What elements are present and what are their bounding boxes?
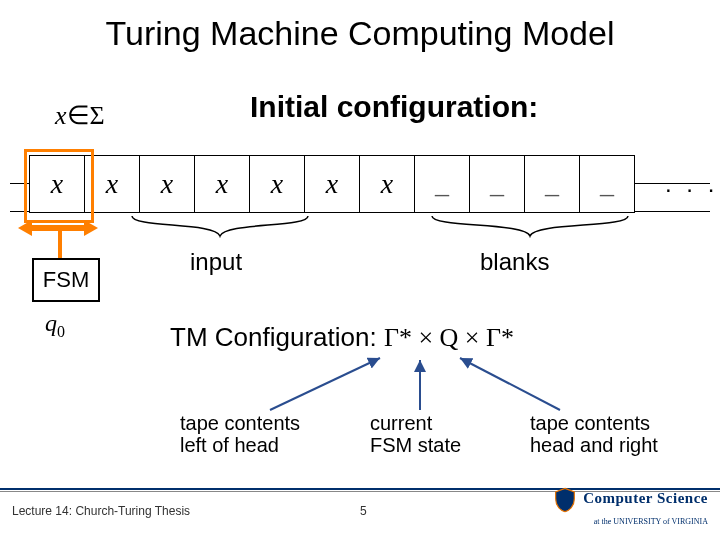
tape-ellipsis: . . . <box>665 170 718 198</box>
fsm-box: FSM <box>32 258 100 302</box>
tape-cell: x <box>29 155 85 213</box>
annotation-arrows <box>160 350 580 420</box>
lecture-label: Lecture 14: Church-Turing Thesis <box>12 504 190 518</box>
tape-cell: x <box>359 155 415 213</box>
state-q: q <box>45 310 57 336</box>
tape-cell-blank: _ <box>414 155 470 213</box>
arrow-right-icon <box>84 220 98 236</box>
initial-state-label: q0 <box>45 310 65 341</box>
input-brace <box>130 214 310 238</box>
blanks-brace <box>430 214 630 238</box>
var-x: x <box>55 101 67 130</box>
tm-configuration: TM Configuration: Γ* × Q × Γ* <box>170 322 514 353</box>
shield-icon <box>551 486 579 514</box>
tape-cell: x <box>84 155 140 213</box>
tape-cell: x <box>194 155 250 213</box>
tape-cell: x <box>139 155 195 213</box>
logo-text-bottom: at the UNIVERSITY of VIRGINIA <box>594 517 708 526</box>
element-of-sigma: ∈Σ <box>67 101 105 130</box>
tape-cell-blank: _ <box>469 155 525 213</box>
state-sub: 0 <box>57 323 65 340</box>
page-number: 5 <box>360 504 367 518</box>
svg-line-0 <box>270 358 380 410</box>
blanks-label: blanks <box>480 248 549 276</box>
footer: Lecture 14: Church-Turing Thesis 5 Compu… <box>0 491 720 532</box>
slide-title: Turing Machine Computing Model <box>0 0 720 53</box>
logo-text-top: Computer Science <box>583 490 708 506</box>
uva-cs-logo: Computer Science at the UNIVERSITY of VI… <box>551 486 708 526</box>
tape-cell: x <box>304 155 360 213</box>
tape-cell: x <box>249 155 305 213</box>
tm-config-expr: Γ* × Q × Γ* <box>384 323 514 352</box>
annotation-left-of-head: tape contents left of head <box>180 412 300 456</box>
subtitle: Initial configuration: <box>250 90 538 124</box>
svg-line-2 <box>460 358 560 410</box>
input-alphabet-label: x∈Σ <box>55 100 105 131</box>
input-label: input <box>190 248 242 276</box>
tm-config-prefix: TM Configuration: <box>170 322 384 352</box>
tape: x x x x x x x _ _ _ _ <box>30 155 635 213</box>
head-connector <box>58 230 62 260</box>
annotation-current-state: current FSM state <box>370 412 461 456</box>
tape-cell-blank: _ <box>524 155 580 213</box>
tape-cell-blank: _ <box>579 155 635 213</box>
annotation-head-and-right: tape contents head and right <box>530 412 658 456</box>
